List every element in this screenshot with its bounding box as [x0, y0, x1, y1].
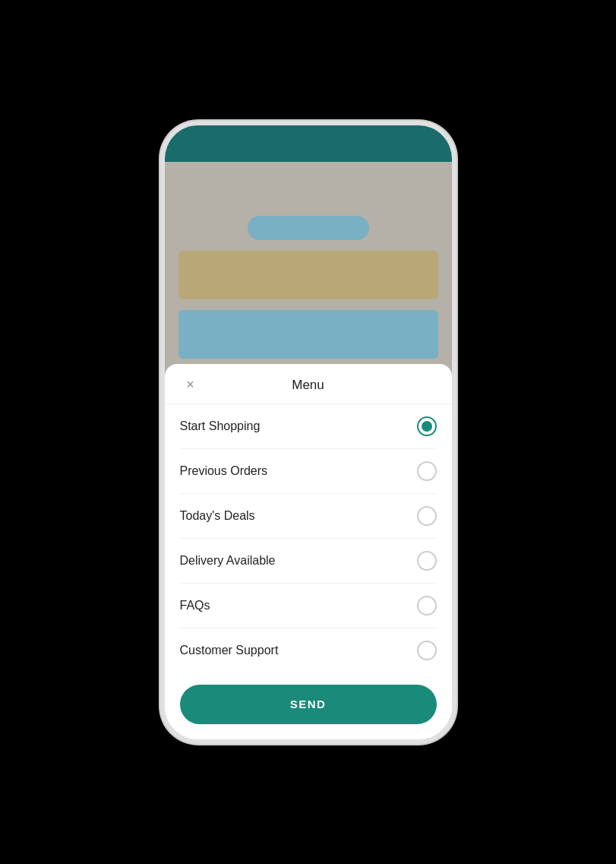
radio-delivery-available[interactable]	[417, 551, 437, 571]
radio-faqs[interactable]	[417, 596, 437, 616]
menu-item-label: Today's Deals	[180, 509, 255, 523]
menu-item-label: FAQs	[180, 599, 210, 612]
menu-title: Menu	[292, 378, 324, 393]
content-bar-large	[178, 310, 438, 359]
menu-item-start-shopping[interactable]: Start Shopping	[180, 404, 437, 449]
content-bar-small	[248, 216, 369, 240]
menu-item-label: Previous Orders	[180, 464, 268, 478]
menu-item-todays-deals[interactable]: Today's Deals	[180, 494, 437, 539]
menu-items-list: Start Shopping Previous Orders Today's D…	[165, 404, 452, 673]
menu-panel: × Menu Start Shopping Previous Orders To…	[165, 364, 452, 739]
menu-item-label: Customer Support	[180, 644, 279, 657]
close-button[interactable]: ×	[180, 375, 201, 396]
content-bar-tan	[178, 251, 438, 299]
menu-item-label: Delivery Available	[180, 554, 276, 568]
radio-todays-deals[interactable]	[417, 506, 437, 526]
menu-item-delivery-available[interactable]: Delivery Available	[180, 539, 437, 584]
menu-item-customer-support[interactable]: Customer Support	[180, 628, 437, 673]
radio-customer-support[interactable]	[417, 641, 437, 660]
phone-frame: × Menu Start Shopping Previous Orders To…	[160, 121, 456, 744]
send-button[interactable]: SEND	[180, 685, 437, 724]
phone-top-bar	[165, 125, 452, 162]
radio-start-shopping[interactable]	[417, 416, 437, 436]
menu-item-faqs[interactable]: FAQs	[180, 584, 437, 628]
menu-item-label: Start Shopping	[180, 419, 261, 433]
menu-item-previous-orders[interactable]: Previous Orders	[180, 449, 437, 494]
menu-header: × Menu	[165, 364, 452, 404]
radio-previous-orders[interactable]	[417, 461, 437, 481]
